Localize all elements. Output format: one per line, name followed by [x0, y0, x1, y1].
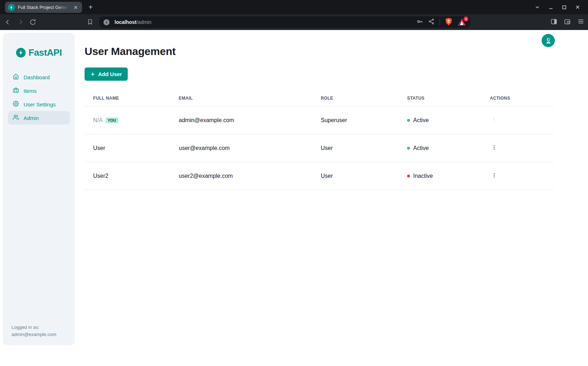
- tab-close-icon[interactable]: ✕: [72, 4, 79, 11]
- email-cell: user@example.com: [170, 134, 312, 162]
- status-cell: Inactive: [399, 162, 481, 190]
- gear-icon: [13, 101, 19, 108]
- brave-shield-icon[interactable]: [445, 17, 452, 27]
- user-avatar-button[interactable]: [542, 34, 555, 47]
- share-icon[interactable]: [428, 18, 435, 26]
- logged-in-email: admin@example.com: [11, 331, 70, 338]
- briefcase-icon: [13, 87, 19, 94]
- back-button[interactable]: [4, 19, 11, 26]
- forward-button[interactable]: [17, 19, 24, 26]
- page-content: FastAPI Dashboard Items User Settings Ad…: [0, 30, 588, 366]
- tab-title: Full Stack Project Genera: [18, 5, 69, 10]
- users-table: FULL NAMEEMAILROLESTATUSACTIONS N/AYOU a…: [85, 90, 554, 190]
- role-cell: Superuser: [312, 106, 399, 134]
- sidebar-item-items[interactable]: Items: [8, 84, 70, 97]
- tab-search-chevron-icon[interactable]: [535, 5, 540, 10]
- page-title: User Management: [85, 45, 588, 57]
- users-icon: [13, 114, 19, 121]
- close-window-button[interactable]: [575, 5, 580, 10]
- status-dot: [407, 119, 410, 122]
- row-actions-menu-button[interactable]: [490, 171, 498, 181]
- fastapi-bolt-icon: [16, 48, 26, 57]
- browser-tab[interactable]: Full Stack Project Genera ✕: [5, 2, 82, 13]
- browser-tab-strip: Full Stack Project Genera ✕ +: [0, 0, 588, 14]
- status-cell: Active: [399, 134, 481, 162]
- toolbar-divider: [440, 19, 440, 25]
- column-header-full-name: FULL NAME: [85, 90, 170, 106]
- rewards-notification-badge: 1: [463, 16, 468, 21]
- nav-item-label: Admin: [24, 115, 39, 121]
- add-user-button[interactable]: Add User: [85, 67, 128, 81]
- status-dot: [407, 175, 410, 177]
- nav-item-label: User Settings: [24, 101, 56, 107]
- nav-item-label: Dashboard: [24, 74, 50, 80]
- fastapi-favicon-icon: [8, 4, 15, 11]
- sidebar-item-user-settings[interactable]: User Settings: [8, 97, 70, 111]
- column-header-actions: ACTIONS: [481, 90, 554, 106]
- you-badge: YOU: [106, 117, 118, 123]
- home-icon: [13, 74, 19, 81]
- email-cell: admin@example.com: [170, 106, 312, 134]
- new-tab-button[interactable]: +: [86, 3, 95, 11]
- bookmark-icon[interactable]: [87, 19, 93, 27]
- actions-cell: [481, 162, 554, 190]
- sidebar-nav: Dashboard Items User Settings Admin: [8, 70, 70, 125]
- email-cell: user2@example.com: [170, 162, 312, 190]
- plus-icon: [90, 72, 95, 77]
- status-cell: Active: [399, 106, 481, 134]
- logged-in-info: Logged in as: admin@example.com: [8, 324, 70, 338]
- address-bar[interactable]: i localhost/admin 1: [99, 16, 470, 28]
- status-dot: [407, 147, 410, 150]
- actions-cell: [481, 134, 554, 162]
- row-actions-menu-button[interactable]: [490, 143, 498, 153]
- minimize-button[interactable]: [548, 5, 553, 10]
- full-name-cell: User2: [85, 162, 170, 190]
- full-name-cell: N/AYOU: [85, 106, 170, 134]
- brave-rewards-icon[interactable]: 1: [457, 18, 466, 26]
- table-header-row: FULL NAMEEMAILROLESTATUSACTIONS: [85, 90, 554, 106]
- column-header-role: ROLE: [312, 90, 399, 106]
- sidebar-item-admin[interactable]: Admin: [8, 111, 70, 125]
- url-host: localhost: [115, 19, 136, 25]
- wallet-icon[interactable]: [564, 18, 571, 26]
- sidebar-item-dashboard[interactable]: Dashboard: [8, 70, 70, 84]
- brand-name: FastAPI: [29, 47, 62, 58]
- url-path: /admin: [136, 19, 151, 25]
- column-header-email: EMAIL: [170, 90, 312, 106]
- maximize-button[interactable]: [562, 5, 567, 10]
- nav-item-label: Items: [24, 88, 37, 94]
- reload-button[interactable]: [29, 19, 36, 26]
- url-text[interactable]: localhost/admin: [115, 19, 152, 25]
- logged-in-label: Logged in as:: [11, 324, 70, 331]
- sidebar-toggle-icon[interactable]: [551, 18, 557, 26]
- password-key-icon[interactable]: [416, 18, 423, 26]
- browser-toolbar: i localhost/admin 1: [0, 14, 588, 30]
- site-info-icon[interactable]: i: [103, 19, 110, 25]
- column-header-status: STATUS: [399, 90, 481, 106]
- table-row: User user@example.com User Active: [85, 134, 554, 162]
- full-name-cell: User: [85, 134, 170, 162]
- row-actions-menu-button[interactable]: [490, 115, 498, 125]
- menu-hamburger-icon[interactable]: [577, 18, 584, 26]
- table-row: User2 user2@example.com User Inactive: [85, 162, 554, 190]
- sidebar: FastAPI Dashboard Items User Settings Ad…: [3, 33, 75, 345]
- role-cell: User: [312, 134, 399, 162]
- main-content: User Management Add User FULL NAMEEMAILR…: [75, 30, 588, 366]
- fastapi-logo: FastAPI: [16, 47, 62, 58]
- actions-cell: [481, 106, 554, 134]
- table-row: N/AYOU admin@example.com Superuser Activ…: [85, 106, 554, 134]
- role-cell: User: [312, 162, 399, 190]
